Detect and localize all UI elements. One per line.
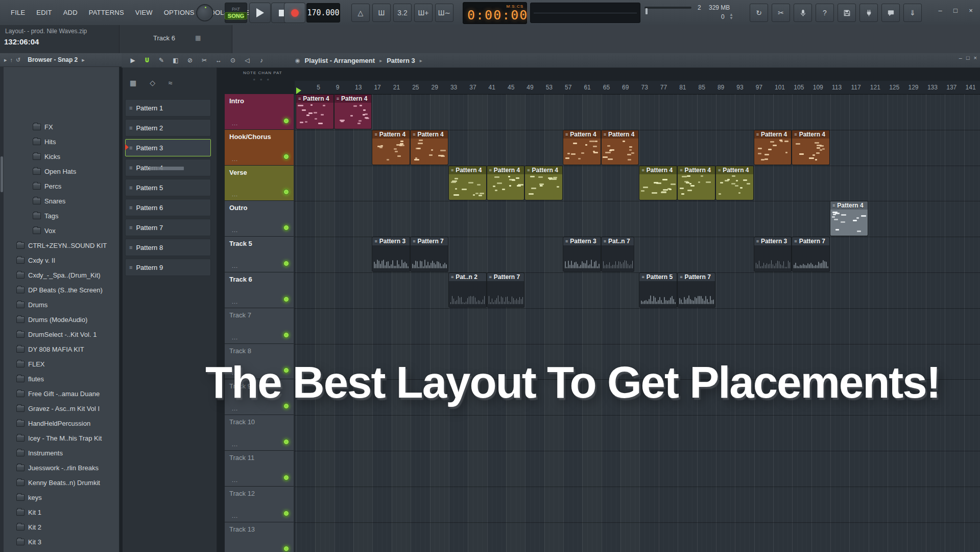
browser-title[interactable]: Browser - Snap 2: [28, 56, 78, 63]
browser-item[interactable]: CTRL+ZEYN..SOUND KIT: [16, 238, 107, 253]
timeline-ruler[interactable]: 5913172125293337414549535761656973778185…: [295, 81, 980, 95]
track-led[interactable]: [283, 225, 289, 231]
clip-pat-n-7[interactable]: ≡Pat..n 7: [602, 237, 634, 271]
clip-menu-icon[interactable]: ≡: [794, 239, 797, 244]
browser-item[interactable]: Vox: [33, 223, 56, 238]
clip-menu-icon[interactable]: ≡: [641, 274, 644, 280]
clip-menu-icon[interactable]: ≡: [565, 239, 568, 244]
playlist-maximize-button[interactable]: □: [966, 55, 970, 61]
pattern-list-item[interactable]: ≡Pattern 8: [125, 239, 211, 256]
browser-item[interactable]: Kit 3: [16, 535, 41, 549]
time-display[interactable]: M:S:CS 0:00:00: [463, 2, 527, 24]
browser-item[interactable]: DY 808 MAFIA KIT: [16, 342, 84, 357]
clip-menu-icon[interactable]: ≡: [527, 168, 530, 173]
pattern-list-item[interactable]: ≡Pattern 7: [125, 219, 211, 236]
browser-item[interactable]: Cxdy v. II: [16, 253, 55, 268]
track-header-track-6[interactable]: Track 6...: [225, 272, 294, 308]
playback-tool-icon[interactable]: ◁: [241, 54, 253, 66]
playlist-minimize-button[interactable]: –: [959, 55, 962, 61]
shift-slider[interactable]: [644, 7, 691, 9]
track-led[interactable]: [283, 261, 289, 266]
clip-menu-icon[interactable]: ≡: [374, 132, 377, 137]
browser-item[interactable]: Juesswork -..rlin Breaks: [16, 461, 99, 475]
track-led[interactable]: [283, 475, 289, 480]
track-header-verse[interactable]: Verse...: [225, 166, 294, 201]
track-header-track-5[interactable]: Track 5...: [225, 237, 294, 272]
browser-item[interactable]: Hits: [33, 134, 56, 149]
picker-patterns-icon[interactable]: ▦: [130, 79, 136, 87]
track-led[interactable]: [283, 118, 289, 124]
pat-mode-label[interactable]: PAT: [232, 7, 240, 12]
menu-patterns[interactable]: PATTERNS: [84, 7, 129, 18]
track-performance-dots[interactable]: ...: [232, 191, 238, 197]
clip-menu-icon[interactable]: ≡: [451, 274, 453, 280]
play-button[interactable]: [249, 3, 271, 23]
shift-slider-handle[interactable]: [646, 8, 648, 14]
paint-tool-icon[interactable]: ◧: [170, 54, 182, 66]
track-performance-dots[interactable]: ...: [232, 263, 238, 269]
clip-pattern-4[interactable]: ≡Pattern 4: [830, 201, 868, 236]
clip-pattern-4[interactable]: ≡Pattern 4: [563, 130, 601, 165]
snap-magnet-icon[interactable]: [141, 54, 153, 66]
clip-menu-icon[interactable]: ≡: [604, 132, 606, 137]
clip-menu-icon[interactable]: ≡: [337, 96, 339, 101]
close-button[interactable]: ×: [965, 4, 977, 16]
clip-menu-icon[interactable]: ≡: [604, 239, 606, 244]
browser-up-icon[interactable]: ↑: [10, 57, 13, 63]
clip-menu-icon[interactable]: ≡: [756, 132, 759, 137]
clip-menu-icon[interactable]: ≡: [489, 168, 492, 173]
browser-item[interactable]: Kit 4: [16, 549, 41, 552]
clip-menu-icon[interactable]: ≡: [413, 132, 415, 137]
browser-item[interactable]: keys: [16, 490, 42, 505]
clip-pattern-7[interactable]: ≡Pattern 7: [411, 237, 448, 271]
clip-menu-icon[interactable]: ≡: [756, 239, 759, 244]
precount-icon[interactable]: 3.2: [393, 4, 412, 22]
browser-item[interactable]: Tags: [33, 209, 58, 223]
browser-item[interactable]: Free Gift -..amau Duane: [16, 386, 100, 401]
browser-item[interactable]: Kicks: [33, 149, 60, 164]
clip-pattern-3[interactable]: ≡Pattern 3: [754, 237, 792, 271]
track-performance-dots[interactable]: ...: [232, 441, 238, 447]
mini-header-icon-1[interactable]: ▫: [260, 77, 262, 82]
mini-header-icon-0[interactable]: ▫: [253, 77, 255, 82]
clip-pattern-4[interactable]: ≡Pattern 4: [525, 166, 562, 200]
track-performance-dots[interactable]: ...: [232, 334, 238, 340]
browser-scrollbar-thumb[interactable]: [1, 156, 3, 192]
clip-pattern-4[interactable]: ≡Pattern 4: [449, 166, 486, 200]
browser-scrollbar[interactable]: [0, 66, 4, 552]
browser-back-icon[interactable]: ▸: [4, 57, 7, 63]
track-performance-dots[interactable]: ...: [232, 120, 238, 126]
track-header-track-11[interactable]: Track 11...: [225, 451, 294, 487]
browser-item[interactable]: Drums (ModeAudio): [16, 312, 87, 327]
clip-pattern-4[interactable]: ≡Pattern 4: [639, 166, 677, 200]
clip-pattern-7[interactable]: ≡Pattern 7: [792, 237, 829, 271]
pat-song-switch[interactable]: PAT SONG: [225, 3, 247, 23]
pattern-list-item[interactable]: ≡Pattern 2: [125, 119, 211, 136]
clip-menu-icon[interactable]: ≡: [298, 96, 301, 101]
clip-pattern-4[interactable]: ≡Pattern 4: [411, 130, 448, 165]
clip-menu-icon[interactable]: ≡: [680, 274, 682, 280]
help-icon[interactable]: ?: [816, 4, 834, 22]
loop-record-icon[interactable]: Ш+: [414, 4, 433, 22]
breadcrumb-arrangement[interactable]: Playlist - Arrangement: [305, 57, 375, 64]
save-icon[interactable]: [838, 4, 856, 22]
browser-item[interactable]: Icey - The M..his Trap Kit: [16, 431, 102, 446]
browser-item[interactable]: FLEX: [16, 357, 45, 372]
clip-pattern-7[interactable]: ≡Pattern 7: [678, 273, 715, 307]
track-header-track-13[interactable]: Track 13...: [225, 522, 294, 552]
clip-pattern-3[interactable]: ≡Pattern 3: [372, 237, 410, 271]
menu-add[interactable]: ADD: [59, 7, 82, 18]
browser-item[interactable]: Drums: [16, 297, 47, 312]
slice-tool-icon[interactable]: ✂: [198, 54, 210, 66]
track-performance-dots[interactable]: ...: [232, 477, 238, 483]
clip-pattern-7[interactable]: ≡Pattern 7: [487, 273, 524, 307]
picker-automation-icon[interactable]: ≈: [169, 79, 173, 87]
menu-edit[interactable]: EDIT: [32, 7, 56, 18]
track-header-outro[interactable]: Outro...: [225, 201, 294, 237]
pattern-list-item[interactable]: ≡Pattern 9: [125, 259, 211, 276]
clip-pattern-4[interactable]: ≡Pattern 4: [296, 95, 333, 129]
track-led[interactable]: [283, 296, 289, 302]
plugin-icon[interactable]: [859, 4, 878, 22]
clip-pattern-4[interactable]: ≡Pattern 4: [334, 95, 372, 129]
track-header-track-7[interactable]: Track 7...: [225, 308, 294, 344]
